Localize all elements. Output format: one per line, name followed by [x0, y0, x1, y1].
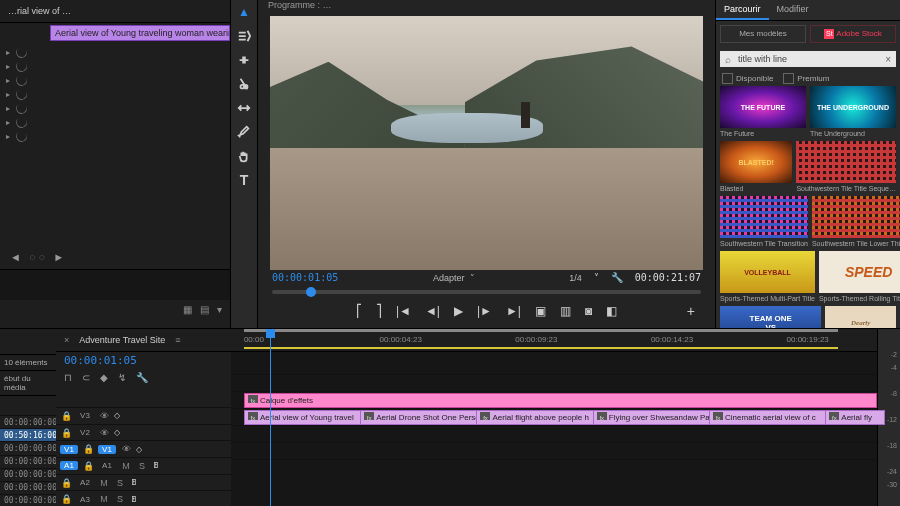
- filter-disponible[interactable]: Disponible: [722, 73, 773, 84]
- template-item[interactable]: THE FUTUREThe Future: [720, 86, 806, 139]
- resolution-fraction[interactable]: 1/4: [569, 273, 582, 283]
- template-item[interactable]: Southwestern Tile Title Seque…: [796, 141, 896, 194]
- template-item[interactable]: TEAM ONE VS TEAM TWOFast Sports-Themed T…: [720, 306, 821, 328]
- track-select-tool[interactable]: [236, 28, 252, 44]
- search-icon: ⌕: [725, 54, 731, 65]
- track-header-v2[interactable]: 🔒V2👁◇: [56, 424, 231, 441]
- nav-next[interactable]: ►: [53, 251, 64, 263]
- filter-premium[interactable]: Premium: [783, 73, 829, 84]
- go-out-icon[interactable]: ►|: [506, 304, 521, 318]
- clip[interactable]: fxAerial view of Young travel: [244, 410, 362, 425]
- play-icon[interactable]: ▶: [454, 304, 463, 318]
- track-a1[interactable]: [231, 425, 877, 442]
- tab-parcourir[interactable]: Parcourir: [716, 0, 769, 20]
- my-templates-button[interactable]: Mes modèles: [720, 25, 806, 43]
- sort-icon[interactable]: ▾: [217, 304, 222, 324]
- sequence-tab[interactable]: Adventure Travel Site: [79, 335, 165, 345]
- timeline-ruler[interactable]: 00:00 00:00:04:23 00:00:09:23 00:00:14:2…: [231, 329, 877, 352]
- media-start-row[interactable]: 00:00:00:00: [0, 441, 56, 454]
- razor-tool[interactable]: [236, 76, 252, 92]
- media-start-row[interactable]: 00:50:16:00: [0, 428, 56, 441]
- media-start-row[interactable]: 00:00:00:00: [0, 455, 56, 468]
- export-frame-icon[interactable]: ◙: [585, 304, 592, 318]
- hand-tool[interactable]: [236, 148, 252, 164]
- clear-search-icon[interactable]: ×: [885, 54, 891, 65]
- source-timeline[interactable]: [0, 269, 230, 300]
- clip[interactable]: fxCinematic aerial view of c: [709, 410, 827, 425]
- mark-in-icon[interactable]: ⎡: [356, 304, 362, 318]
- wrench-icon[interactable]: 🔧: [136, 372, 148, 383]
- nav-prev[interactable]: ◄: [10, 251, 21, 263]
- track-a3[interactable]: [231, 459, 877, 476]
- template-item[interactable]: Southwestern Tile Lower Third: [812, 196, 900, 249]
- clip-fx[interactable]: fxCalque d'effets: [244, 393, 877, 408]
- clip[interactable]: fxFlying over Shwesandaw Pa: [593, 410, 711, 425]
- template-item[interactable]: Southwestern Tile Transition: [720, 196, 808, 249]
- track-v2[interactable]: fxCalque d'effets: [231, 391, 877, 408]
- media-start-row[interactable]: 00:00:00:00: [0, 494, 56, 506]
- compare-icon[interactable]: ◧: [606, 304, 617, 318]
- template-search-input[interactable]: [720, 51, 896, 67]
- track-header-v1[interactable]: V1🔒V1👁◇: [56, 440, 231, 457]
- view-icon[interactable]: ▦: [183, 304, 192, 324]
- templates-grid: THE FUTUREThe Future THE UNDERGROUNDThe …: [716, 86, 900, 328]
- source-clip-bar[interactable]: Aerial view of Young traveling woman wea…: [50, 25, 230, 41]
- template-item[interactable]: SPEEDSports-Themed Rolling Title T…: [819, 251, 900, 304]
- snap-icon[interactable]: ⊓: [64, 372, 72, 383]
- sequence-tc[interactable]: 00:00:01:05: [56, 352, 231, 369]
- slip-tool[interactable]: [236, 100, 252, 116]
- track-header-a2[interactable]: 🔒A2MS🎚: [56, 474, 231, 491]
- adobe-stock-button[interactable]: StAdobe Stock: [810, 25, 896, 43]
- clip[interactable]: fxAerial fly: [825, 410, 885, 425]
- media-start-row[interactable]: 00:00:00:00: [0, 415, 56, 428]
- program-tc-duration: 00:00:21:07: [635, 272, 701, 283]
- add-button-icon[interactable]: +: [687, 303, 695, 319]
- template-item[interactable]: VOLLEYBALLSports-Themed Multi-Part Title: [720, 251, 815, 304]
- marker-icon[interactable]: ◆: [100, 372, 108, 383]
- program-scrubber[interactable]: [258, 285, 715, 299]
- mark-out-icon[interactable]: ⎤: [376, 304, 382, 318]
- step-back-icon[interactable]: ◄|: [425, 304, 440, 318]
- template-item[interactable]: BLASTED!Blasted: [720, 141, 792, 194]
- step-fwd-icon[interactable]: |►: [477, 304, 492, 318]
- program-header: Programme : …: [258, 0, 715, 16]
- link-icon[interactable]: ⊂: [82, 372, 90, 383]
- pen-tool[interactable]: [236, 124, 252, 140]
- item-count: 10 éléments: [0, 355, 56, 371]
- selection-tool[interactable]: ▲: [236, 4, 252, 20]
- wrench-icon[interactable]: 🔧: [611, 272, 623, 283]
- track-a2[interactable]: [231, 442, 877, 459]
- type-tool[interactable]: T: [236, 172, 252, 188]
- template-item[interactable]: THE UNDERGROUNDThe Underground: [810, 86, 896, 139]
- track-v1[interactable]: fxAerial view of Young travel fxAerial D…: [231, 408, 877, 425]
- template-item[interactable]: Dearly BelovedHandwritten Note Title: [825, 306, 896, 328]
- track-v3[interactable]: [231, 374, 877, 391]
- program-monitor[interactable]: [270, 16, 703, 270]
- col-header[interactable]: ébut du média: [0, 371, 56, 396]
- program-tc-current[interactable]: 00:00:01:05: [272, 272, 338, 283]
- track-header-a3[interactable]: 🔒A3MS🎚: [56, 490, 231, 506]
- media-start-row[interactable]: 00:00:00:00: [0, 481, 56, 494]
- go-in-icon[interactable]: |◄: [396, 304, 411, 318]
- playhead[interactable]: [270, 329, 271, 506]
- tab-modifier[interactable]: Modifier: [769, 0, 817, 20]
- lift-icon[interactable]: ▣: [535, 304, 546, 318]
- ripple-tool[interactable]: [236, 52, 252, 68]
- list-icon[interactable]: ▤: [200, 304, 209, 324]
- track-header-v3[interactable]: 🔒V3👁◇: [56, 407, 231, 424]
- source-tab[interactable]: …rial view of …: [8, 6, 71, 16]
- clip[interactable]: fxAerial Drone Shot One Perso: [360, 410, 478, 425]
- clip[interactable]: fxAerial flight above people h: [476, 410, 594, 425]
- settings-icon[interactable]: ↯: [118, 372, 126, 383]
- track-header-a1[interactable]: A1🔒A1MS🎚: [56, 457, 231, 474]
- media-start-row[interactable]: 00:00:00:00: [0, 468, 56, 481]
- extract-icon[interactable]: ▥: [560, 304, 571, 318]
